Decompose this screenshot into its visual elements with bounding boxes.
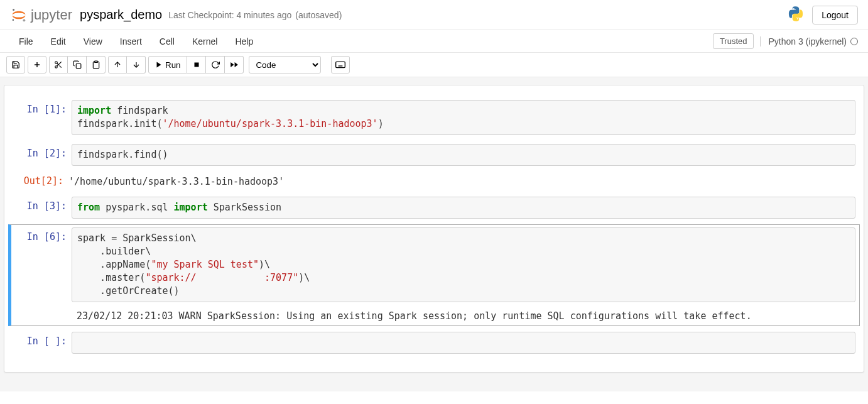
menu-help[interactable]: Help (226, 31, 262, 52)
svg-point-2 (13, 19, 14, 21)
play-icon (155, 61, 163, 68)
code-input[interactable]: import findspark findspark.init('/home/u… (72, 100, 855, 135)
run-label: Run (165, 60, 180, 70)
svg-line-9 (57, 63, 58, 65)
cell-body: spark = SparkSession\ .builder\ .appName… (72, 227, 855, 323)
trusted-indicator[interactable]: Trusted (713, 33, 754, 49)
code-cell[interactable]: In [ ]: (8, 329, 860, 357)
output-prompt: Out[2]: (12, 172, 68, 188)
kernel-name-text: Python 3 (ipykernel) (768, 36, 847, 46)
save-button[interactable] (6, 56, 25, 74)
interrupt-button[interactable] (187, 56, 206, 74)
svg-marker-16 (235, 62, 238, 67)
svg-point-6 (55, 66, 58, 68)
run-button[interactable]: Run (148, 56, 187, 74)
svg-rect-18 (336, 62, 345, 67)
svg-point-1 (23, 19, 25, 21)
menu-file[interactable]: File (10, 31, 42, 52)
svg-marker-17 (231, 62, 234, 67)
cell-body: import findspark findspark.init('/home/u… (72, 100, 855, 135)
stop-icon (193, 61, 200, 68)
code-input[interactable] (72, 332, 855, 354)
execute-result: '/home/ubuntu/spark-3.3.1-bin-hadoop3' (68, 172, 284, 188)
move-down-button[interactable] (127, 56, 146, 74)
svg-point-5 (55, 62, 58, 64)
code-input[interactable]: findspark.find() (72, 144, 855, 166)
output-row: Out[2]:'/home/ubuntu/spark-3.3.1-bin-had… (8, 172, 860, 188)
arrow-up-icon (113, 60, 122, 69)
cell-body (72, 332, 855, 354)
code-cell[interactable]: In [2]:findspark.find() (8, 141, 860, 169)
menu-insert[interactable]: Insert (111, 31, 151, 52)
plus-icon (33, 60, 41, 69)
stream-output: 23/02/12 20:21:03 WARN SparkSession: Usi… (77, 306, 752, 323)
input-prompt: In [3]: (15, 197, 72, 219)
cell-body: from pyspark.sql import SparkSession (72, 197, 855, 219)
svg-rect-10 (76, 63, 81, 68)
jupyter-logo[interactable]: jupyter (10, 6, 72, 24)
menu-edit[interactable]: Edit (42, 31, 75, 52)
fast-forward-icon (230, 60, 239, 69)
copy-button[interactable] (68, 56, 87, 74)
cell-type-select[interactable]: Code (249, 56, 321, 74)
svg-rect-15 (194, 63, 198, 67)
keyboard-icon (335, 61, 345, 68)
autosave-status: (autosaved) (295, 10, 342, 20)
move-up-button[interactable] (108, 56, 127, 74)
input-prompt: In [1]: (15, 100, 72, 135)
input-prompt: In [2]: (15, 144, 72, 166)
save-icon (11, 60, 20, 69)
copy-icon (73, 60, 82, 69)
menubar: File Edit View Insert Cell Kernel Help T… (0, 30, 868, 53)
arrow-down-icon (132, 60, 141, 69)
checkpoint-status: Last Checkpoint: 4 minutes ago (168, 10, 291, 20)
cell-body: findspark.find() (72, 144, 855, 166)
cut-icon (54, 60, 63, 69)
code-input[interactable]: from pyspark.sql import SparkSession (72, 197, 855, 219)
menu-view[interactable]: View (75, 31, 111, 52)
svg-line-8 (59, 65, 61, 67)
restart-run-all-button[interactable] (225, 56, 244, 74)
menu-kernel[interactable]: Kernel (183, 31, 226, 52)
restart-icon (211, 60, 220, 69)
notebook-title[interactable]: pyspark_demo (80, 8, 162, 22)
code-cell[interactable]: In [3]:from pyspark.sql import SparkSess… (8, 194, 860, 222)
cut-button[interactable] (49, 56, 68, 74)
paste-button[interactable] (87, 56, 106, 74)
notebook-header: jupyter pyspark_demo Last Checkpoint: 4 … (0, 0, 868, 30)
input-prompt: In [6]: (15, 227, 72, 323)
notebook-container: In [1]:import findspark findspark.init('… (0, 77, 868, 391)
notebook: In [1]:import findspark findspark.init('… (4, 85, 864, 373)
restart-button[interactable] (206, 56, 225, 74)
paste-icon (92, 60, 100, 69)
add-cell-button[interactable] (28, 56, 46, 74)
jupyter-logo-text: jupyter (31, 7, 72, 23)
code-input[interactable]: spark = SparkSession\ .builder\ .appName… (72, 227, 855, 302)
toolbar: Run Code (0, 53, 868, 77)
python-icon (787, 5, 805, 25)
kernel-name[interactable]: Python 3 (ipykernel) (760, 36, 858, 46)
jupyter-icon (10, 6, 28, 24)
code-cell[interactable]: In [6]:spark = SparkSession\ .builder\ .… (8, 224, 860, 326)
svg-point-0 (13, 9, 14, 11)
input-prompt: In [ ]: (15, 332, 72, 354)
kernel-idle-icon (850, 38, 858, 45)
command-palette-button[interactable] (331, 56, 350, 74)
menu-cell[interactable]: Cell (151, 31, 183, 52)
svg-marker-14 (157, 62, 161, 68)
code-cell[interactable]: In [1]:import findspark findspark.init('… (8, 97, 860, 138)
logout-button[interactable]: Logout (812, 6, 858, 25)
svg-rect-11 (94, 61, 97, 62)
